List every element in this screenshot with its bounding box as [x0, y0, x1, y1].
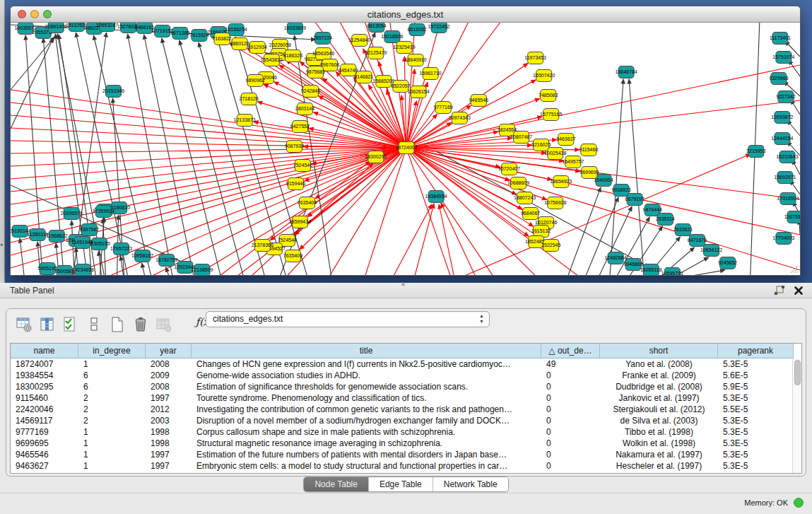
table-row[interactable]: 2242004622012Investigating the contribut…	[11, 404, 801, 415]
graph-edge[interactable]	[264, 84, 406, 148]
graph-node[interactable]: 2935114	[656, 214, 675, 226]
graph-node[interactable]: 6679197	[625, 194, 645, 206]
graph-node[interactable]: 9777169	[434, 102, 453, 114]
graph-node[interactable]: 15720407	[498, 163, 520, 175]
graph-node[interactable]: 9242848	[301, 86, 320, 98]
graph-node[interactable]: 16033809	[284, 23, 306, 35]
graph-node[interactable]: 10807487	[510, 132, 532, 144]
import-table-icon[interactable]	[155, 315, 173, 334]
panel-collapse-glyph[interactable]: ▸	[1, 242, 4, 247]
graph-node[interactable]: 7615524	[189, 30, 208, 42]
close-window-icon[interactable]	[18, 10, 26, 18]
graph-node[interactable]: 7635404	[298, 197, 317, 209]
delete-column-icon[interactable]	[131, 315, 150, 334]
graph-node[interactable]: 15775165	[540, 109, 562, 121]
graph-edge[interactable]	[128, 34, 172, 275]
graph-node[interactable]: 9115460	[579, 144, 599, 156]
memory-status-icon[interactable]	[794, 498, 804, 508]
graph-node[interactable]: 9463627	[556, 134, 575, 146]
graph-edge[interactable]	[258, 102, 406, 148]
table-mode-icon[interactable]	[15, 315, 33, 334]
table-row[interactable]: 911546021997Tourette syndrome. Phenomeno…	[11, 392, 801, 404]
zoom-window-icon[interactable]	[43, 10, 52, 18]
graph-edge[interactable]	[415, 204, 434, 275]
graph-node[interactable]: 9684067	[521, 208, 540, 220]
graph-node[interactable]: 20153346	[102, 86, 124, 98]
graph-node[interactable]: 11173401	[770, 33, 791, 45]
graph-node[interactable]: 9875685	[306, 66, 325, 78]
graph-node[interactable]: 11254840	[348, 35, 370, 47]
network-canvas[interactable]: 14035572 20553727 20891406 16112520 9862…	[11, 23, 800, 275]
graph-node[interactable]: 17704003	[772, 233, 794, 245]
graph-node[interactable]: 18724007	[395, 142, 417, 154]
graph-node[interactable]: 16210643	[776, 151, 798, 163]
table-scrollbar[interactable]	[792, 358, 801, 473]
table-row[interactable]: 1938455462009Genome-wide association stu…	[11, 370, 801, 381]
column-header-pagerank[interactable]: pagerank	[718, 344, 794, 358]
graph-edge[interactable]	[11, 148, 406, 192]
graph-node[interactable]: 15722452	[428, 23, 450, 33]
graph-edge[interactable]	[406, 23, 500, 148]
table-row[interactable]: 1456911722003Disruption of a novel membe…	[11, 415, 801, 426]
graph-node[interactable]: 9397587	[80, 224, 99, 236]
splitter-handle[interactable]: ▲	[400, 280, 406, 287]
show-columns-icon[interactable]	[38, 315, 57, 334]
graph-edge[interactable]	[406, 23, 468, 148]
graph-node[interactable]: 10974343	[449, 112, 471, 124]
graph-node[interactable]: 7857224	[313, 33, 332, 45]
graph-node[interactable]: 7524540	[293, 160, 312, 172]
graph-node[interactable]: 18563546	[312, 48, 334, 60]
graph-node[interactable]: 16507420	[533, 70, 555, 82]
graph-edge[interactable]	[568, 187, 601, 275]
graph-node[interactable]: 8860128	[230, 38, 249, 50]
row-panel-icon[interactable]	[85, 315, 103, 334]
graph-node[interactable]: 18807243	[514, 192, 536, 204]
column-header-name[interactable]: name	[11, 344, 78, 358]
graph-edge[interactable]	[20, 238, 24, 275]
graph-node[interactable]: 8427552	[290, 121, 310, 133]
resize-grip-icon[interactable]	[789, 264, 799, 274]
graph-node[interactable]: 8471676	[688, 235, 707, 247]
close-panel-icon[interactable]	[794, 286, 804, 296]
graph-node[interactable]: 10025438	[544, 148, 566, 160]
graph-node[interactable]: 13626154	[407, 86, 429, 98]
graph-node[interactable]: 10654122	[700, 245, 722, 257]
graph-node[interactable]: 2718126	[240, 93, 259, 105]
graph-node[interactable]: 10756928	[544, 197, 566, 209]
graph-edge[interactable]	[144, 35, 194, 275]
graph-node[interactable]: 20891406	[45, 23, 67, 33]
graph-node[interactable]: 12093872	[771, 112, 793, 124]
table-row[interactable]: 969969511998Structural magnetic resonanc…	[11, 438, 801, 449]
tab-node-table[interactable]: Node Table	[304, 477, 369, 491]
window-titlebar[interactable]: citations_edges.txt	[11, 6, 800, 23]
graph-node[interactable]: 9329966	[769, 73, 788, 85]
graph-node[interactable]: 17359924	[93, 206, 114, 218]
graph-node[interactable]: 11973453	[524, 52, 546, 64]
graph-node[interactable]: 7485083	[539, 90, 558, 102]
graph-node[interactable]: 11675531	[784, 211, 800, 223]
graph-node[interactable]: 19218506	[381, 31, 403, 43]
graph-node[interactable]: 18599434	[289, 216, 311, 228]
graph-node[interactable]: 10595791	[661, 268, 683, 276]
graph-node[interactable]: 16543812	[261, 54, 283, 66]
graph-node[interactable]: 19384554	[425, 191, 447, 203]
graph-node[interactable]: 9465546	[469, 95, 488, 107]
graph-node[interactable]: 15692971	[774, 172, 796, 184]
graph-edge[interactable]	[110, 148, 407, 275]
float-panel-icon[interactable]	[774, 285, 785, 296]
column-checks-icon[interactable]	[61, 315, 80, 334]
graph-edge[interactable]	[11, 148, 406, 204]
graph-node[interactable]: 9159446	[286, 178, 305, 190]
graph-node[interactable]: 8912934	[248, 42, 267, 54]
table-row[interactable]: 977716911998Corpus callosum shape and si…	[11, 426, 801, 438]
graph-node[interactable]: 8613052	[407, 24, 426, 36]
graph-node[interactable]: 3215953	[746, 146, 765, 158]
graph-node[interactable]: 9245652	[718, 257, 737, 269]
graph-node[interactable]: 12444154	[771, 133, 793, 145]
graph-edge[interactable]	[610, 79, 623, 275]
table-scrollbar-thumb[interactable]	[794, 360, 801, 385]
network-view-window[interactable]: citations_edges.txt 14035572 20553727 20…	[10, 6, 801, 276]
graph-node[interactable]: 10688609	[507, 177, 529, 189]
graph-node[interactable]: 2803144	[295, 103, 314, 115]
tab-network-table[interactable]: Network Table	[433, 477, 508, 491]
